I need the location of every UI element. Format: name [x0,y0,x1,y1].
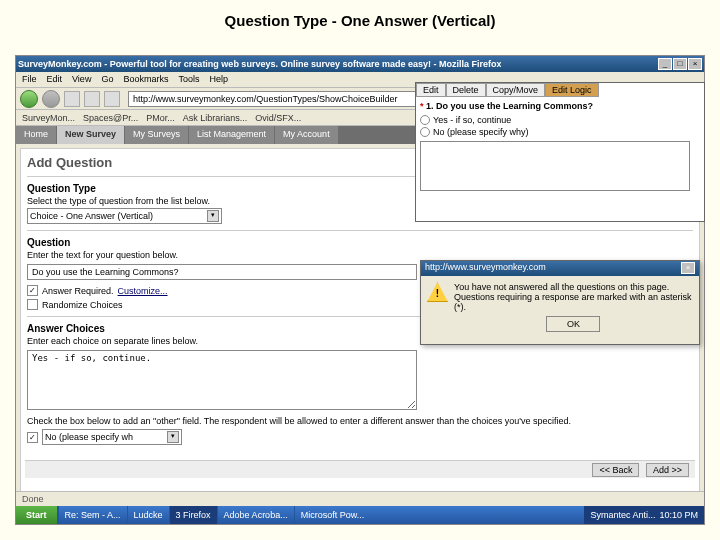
menu-view[interactable]: View [72,74,91,85]
bookmark-item[interactable]: Ovid/SFX... [255,112,301,123]
minimize-button[interactable]: _ [658,58,672,70]
tab-my-account[interactable]: My Account [275,126,338,144]
slide-title: Question Type - One Answer (Vertical) [0,0,720,41]
maximize-button[interactable]: □ [673,58,687,70]
taskbar-item[interactable]: Ludcke [127,506,169,524]
other-field-checkbox[interactable]: ✓ [27,432,38,443]
taskbar-item[interactable]: Re: Sem - A... [58,506,127,524]
randomize-checkbox[interactable] [27,299,38,310]
window-title: SurveyMonkey.com - Powerful tool for cre… [18,59,501,69]
menu-go[interactable]: Go [101,74,113,85]
menu-tools[interactable]: Tools [178,74,199,85]
tab-new-survey[interactable]: New Survey [57,126,124,144]
system-tray[interactable]: Symantec Anti... 10:10 PM [584,506,704,524]
home-icon[interactable] [104,91,120,107]
question-type-select[interactable]: Choice - One Answer (Vertical) ▾ [27,208,222,224]
tray-app[interactable]: Symantec Anti... [590,510,655,520]
answer-choices-textarea[interactable] [27,350,417,410]
form-footer: << Back Add >> [25,460,695,478]
alert-text-1: You have not answered all the questions … [454,282,693,292]
back-button[interactable] [20,90,38,108]
bookmark-item[interactable]: Spaces@Pr... [83,112,138,123]
alert-dialog: http://www.surveymonkey.com × You have n… [420,260,700,345]
radio-option-1[interactable] [420,115,430,125]
tab-my-surveys[interactable]: My Surveys [125,126,188,144]
alert-text-2: Questions requiring a response are marke… [454,292,693,312]
preview-question: * 1. Do you use the Learning Commons? [420,101,700,111]
taskbar-item[interactable]: 3 Firefox [169,506,217,524]
status-bar: Done [16,491,704,506]
back-button[interactable]: << Back [592,463,639,477]
randomize-label: Randomize Choices [42,300,123,310]
menu-file[interactable]: File [22,74,37,85]
bookmark-item[interactable]: PMor... [146,112,175,123]
preview-tab-edit[interactable]: Edit [416,83,446,97]
bookmark-item[interactable]: Ask Librarians... [183,112,248,123]
chevron-down-icon: ▾ [207,210,219,222]
add-button[interactable]: Add >> [646,463,689,477]
bookmark-item[interactable]: SurveyMon... [22,112,75,123]
radio-option-2[interactable] [420,127,430,137]
question-text-input[interactable] [27,264,417,280]
dialog-title: http://www.surveymonkey.com [425,262,546,275]
customize-link[interactable]: Customize... [118,286,168,296]
titlebar: SurveyMonkey.com - Powerful tool for cre… [16,56,704,72]
ok-button[interactable]: OK [546,316,600,332]
dialog-close-button[interactable]: × [681,262,695,274]
preview-tab-copymove[interactable]: Copy/Move [486,83,546,97]
tab-list-mgmt[interactable]: List Management [189,126,274,144]
menu-bookmarks[interactable]: Bookmarks [123,74,168,85]
preview-other-textarea[interactable] [420,141,690,191]
reload-icon[interactable] [64,91,80,107]
answer-required-checkbox[interactable]: ✓ [27,285,38,296]
taskbar-item[interactable]: Adobe Acroba... [217,506,294,524]
close-button[interactable]: × [688,58,702,70]
menu-edit[interactable]: Edit [47,74,63,85]
option-label: Yes - if so, continue [433,115,511,125]
option-label: No (please specify why) [433,127,529,137]
question-desc: Enter the text for your question below. [27,250,693,260]
other-field-select[interactable]: No (please specify wh ▾ [42,429,182,445]
question-label: Question [27,237,693,248]
start-button[interactable]: Start [16,506,58,524]
stop-icon[interactable] [84,91,100,107]
dropdown-value: Choice - One Answer (Vertical) [30,211,153,221]
clock: 10:10 PM [659,510,698,520]
taskbar: Start Re: Sem - A... Ludcke 3 Firefox Ad… [16,506,704,524]
warning-icon [427,282,448,302]
question-preview-panel: Edit Delete Copy/Move Edit Logic * 1. Do… [415,82,705,222]
preview-tab-delete[interactable]: Delete [446,83,486,97]
other-dropdown-value: No (please specify wh [45,432,133,442]
other-field-hint: Check the box below to add an "other" fi… [27,416,693,426]
answer-required-label: Answer Required. [42,286,114,296]
taskbar-item[interactable]: Microsoft Pow... [294,506,371,524]
preview-tab-editlogic[interactable]: Edit Logic [545,83,599,97]
chevron-down-icon: ▾ [167,431,179,443]
forward-button[interactable] [42,90,60,108]
tab-home[interactable]: Home [16,126,56,144]
menu-help[interactable]: Help [209,74,228,85]
